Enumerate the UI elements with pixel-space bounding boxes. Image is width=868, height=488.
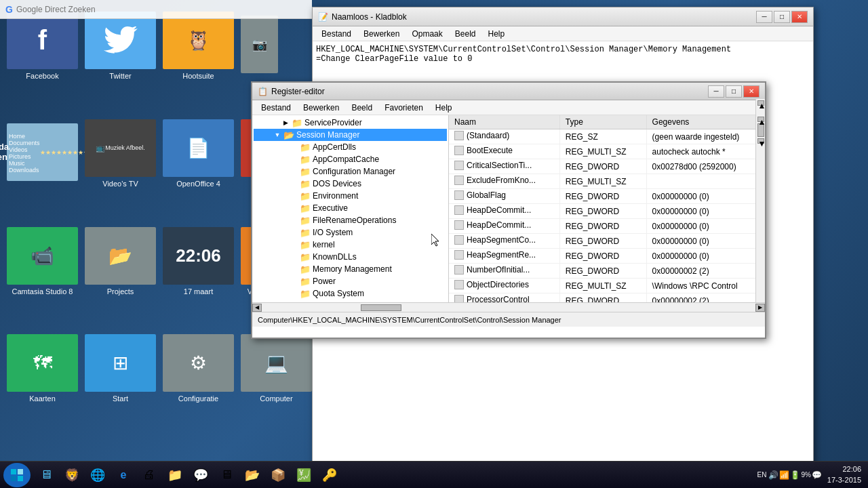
data-table-row[interactable]: BootExecuteREG_MULTI_SZautocheck autochk… xyxy=(449,144,765,159)
registry-menu: Bestand Bewerken Beeld Favorieten Help xyxy=(252,100,765,115)
notepad-window-title: 📝 Naamloos - Kladblok xyxy=(318,12,407,22)
taskbar-icon-green1[interactable]: 📦 xyxy=(266,463,290,487)
notepad-close-button[interactable]: ✕ xyxy=(791,11,808,23)
tree-item-subsystems[interactable]: 📁 SubSystems xyxy=(254,300,447,302)
reg-menu-bestand[interactable]: Bestand xyxy=(256,102,296,114)
reg-menu-beeld[interactable]: Beeld xyxy=(346,102,378,114)
tree-item-kernel[interactable]: 📁 kernel xyxy=(254,239,447,251)
cell-type: REG_MULTI_SZ xyxy=(559,144,646,159)
tile-computer[interactable]: 💻 Computer xyxy=(241,333,312,404)
tree-expander xyxy=(289,203,298,213)
cell-type: REG_SZ xyxy=(559,129,646,144)
tree-item-memory-management[interactable]: 📁 Memory Management xyxy=(254,263,447,275)
taskbar-icon-ie[interactable]: e xyxy=(111,463,136,487)
reg-menu-help[interactable]: Help xyxy=(430,102,458,114)
taskbar-icon-explorer[interactable]: 📂 xyxy=(240,463,264,487)
search-input[interactable] xyxy=(16,5,307,14)
notepad-menu-beeld[interactable]: Beeld xyxy=(450,28,481,40)
notepad-menu-help[interactable]: Help xyxy=(482,28,510,40)
data-table-row[interactable]: ObjectDirectoriesREG_MULTI_SZ\Windows \R… xyxy=(449,279,765,293)
taskbar-icon-green2[interactable]: 💹 xyxy=(292,463,316,487)
notepad-menu-bewerken[interactable]: Bewerken xyxy=(358,28,405,40)
tree-item-executive[interactable]: 📁 Executive xyxy=(254,202,447,214)
taskbar-icon-skype[interactable]: 💬 xyxy=(189,463,213,487)
taskbar: 🖥 🦁 🌐 e 🖨 📁 💬 🖥 📂 📦 💹 🔑 EN 🔊 📶 🔋 9% 💬 22… xyxy=(0,461,868,488)
cell-naam: HeapSegmentCo... xyxy=(449,234,559,249)
tile-start[interactable]: ⊞ Start xyxy=(85,333,156,404)
language-indicator: EN xyxy=(755,471,768,479)
tile-camtasia[interactable]: 📹 Camtasia Studio 8 xyxy=(7,226,78,297)
taskbar-icon-printer[interactable]: 🖨 xyxy=(137,463,161,487)
tree-item-service-provider[interactable]: ▶ 📁 ServiceProvider xyxy=(254,117,447,129)
tile-kaarten[interactable]: 🗺 Kaarten xyxy=(7,333,78,404)
tree-item-environment[interactable]: 📁 Environment xyxy=(254,190,447,202)
registry-close-button[interactable]: ✕ xyxy=(743,85,760,98)
tree-item-quota-system[interactable]: 📁 Quota System xyxy=(254,287,447,300)
folder-icon: 📁 xyxy=(300,227,311,238)
reg-menu-bewerken[interactable]: Bewerken xyxy=(298,102,344,114)
notepad-menu-bestand[interactable]: Bestand xyxy=(316,28,357,40)
taskbar-clock[interactable]: 22:06 17-3-2015 xyxy=(824,464,865,485)
tile-facebook[interactable]: f Facebook xyxy=(7,10,78,81)
data-scrollbar[interactable]: ▲ ▼ xyxy=(755,115,765,302)
registry-hscroll[interactable]: ◀ ▶ xyxy=(252,302,765,312)
data-table-row[interactable]: NumberOfInitial...REG_DWORD0x00000002 (2… xyxy=(449,264,765,279)
data-table-row[interactable]: HeapSegmentRe...REG_DWORD0x00000000 (0) xyxy=(449,249,765,264)
tile-hootsuite[interactable]: 🦉 Hootsuite xyxy=(163,10,234,81)
tile-clock[interactable]: 22:06 17 maart xyxy=(163,226,234,297)
tree-item-dos-devices[interactable]: 📁 DOS Devices xyxy=(254,178,447,190)
tree-expander: ▶ xyxy=(281,118,290,127)
tile-openoffice[interactable]: 📄 OpenOffice 4 xyxy=(163,118,234,189)
data-table-row[interactable]: GlobalFlagREG_DWORD0x00000000 (0) xyxy=(449,189,765,204)
tree-item-appcertdlls[interactable]: 📁 AppCertDlls xyxy=(254,141,447,153)
tray-icon-network[interactable]: 📶 xyxy=(779,470,789,480)
taskbar-icon-browser1[interactable]: 🦁 xyxy=(60,463,84,487)
tree-expander xyxy=(289,167,298,176)
tree-item-session-manager[interactable]: ▼ 📂 Session Manager xyxy=(254,129,447,141)
tile-twitter[interactable]: Twitter xyxy=(85,10,156,81)
tree-item-appcompatchache[interactable]: 📁 AppCompatCache xyxy=(254,153,447,165)
cell-type: REG_MULTI_SZ xyxy=(559,279,646,293)
tray-icon-action-center[interactable]: 💬 xyxy=(812,470,822,480)
notepad-minimize-button[interactable]: ─ xyxy=(756,11,772,23)
tile-projects[interactable]: 📂 Projects xyxy=(85,226,156,297)
tile-configuratie[interactable]: ⚙ Configuratie xyxy=(163,333,234,404)
notepad-menu-opmaak[interactable]: Opmaak xyxy=(406,28,448,40)
tree-item-knowndlls[interactable]: 📁 KnownDLLs xyxy=(254,251,447,263)
taskbar-icon-screen[interactable]: 🖥 xyxy=(214,463,239,487)
data-table-row[interactable]: (Standaard)REG_SZ(geen waarde ingesteld) xyxy=(449,129,765,144)
data-table-row[interactable]: CriticalSectionTi...REG_DWORD0x00278d00 … xyxy=(449,159,765,174)
data-table-row[interactable]: ExcludeFromKno...REG_MULTI_SZ xyxy=(449,174,765,189)
data-table-row[interactable]: HeapSegmentCo...REG_DWORD0x00000000 (0) xyxy=(449,234,765,249)
data-table-row[interactable]: HeapDeCommit...REG_DWORD0x00000000 (0) xyxy=(449,204,765,219)
taskbar-icon-folder[interactable]: 📁 xyxy=(163,463,187,487)
cell-naam: HeapDeCommit... xyxy=(449,219,559,234)
tree-item-power[interactable]: 📁 Power xyxy=(254,275,447,287)
tree-item-io-system[interactable]: 📁 I/O System xyxy=(254,226,447,239)
data-table-row[interactable]: ProcessorControlREG_DWORD0x00000002 (2) xyxy=(449,293,765,303)
data-table-row[interactable]: HeapDeCommit...REG_DWORD0x00000000 (0) xyxy=(449,219,765,234)
taskbar-icon-local[interactable]: 🖥 xyxy=(34,463,58,487)
taskbar-icon-browser2[interactable]: 🌐 xyxy=(85,463,110,487)
tile-linda[interactable]: Linda Aben Home DocumentsVideos Pictures… xyxy=(7,118,78,189)
cell-type: REG_DWORD xyxy=(559,219,646,234)
notepad-maximize-button[interactable]: □ xyxy=(774,11,790,23)
tile-video[interactable]: 📺 Muziek Afbeel. Video's TV xyxy=(85,118,156,189)
folder-icon: 📁 xyxy=(300,300,311,302)
tree-expander xyxy=(289,228,298,237)
tile-extra[interactable]: 📷 xyxy=(241,10,278,81)
registry-maximize-button[interactable]: □ xyxy=(726,85,742,98)
taskbar-start-button[interactable] xyxy=(3,463,31,487)
tree-item-configuration-manager[interactable]: 📁 Configuration Manager xyxy=(254,165,447,178)
registry-minimize-button[interactable]: ─ xyxy=(708,85,724,98)
reg-menu-favorieten[interactable]: Favorieten xyxy=(379,102,429,114)
tree-expander xyxy=(289,301,298,302)
cell-gegevens: \Windows \RPC Control xyxy=(646,279,764,293)
tray-icon-battery[interactable]: 🔋 xyxy=(790,470,800,480)
folder-icon: 📁 xyxy=(300,239,311,250)
tray-icon-sound[interactable]: 🔊 xyxy=(768,470,778,480)
tree-item-filerename[interactable]: 📁 FileRenameOperations xyxy=(254,214,447,226)
taskbar-icon-security[interactable]: 🔑 xyxy=(317,463,342,487)
tree-expander xyxy=(289,289,298,298)
open-folder-icon: 📂 xyxy=(283,129,294,140)
